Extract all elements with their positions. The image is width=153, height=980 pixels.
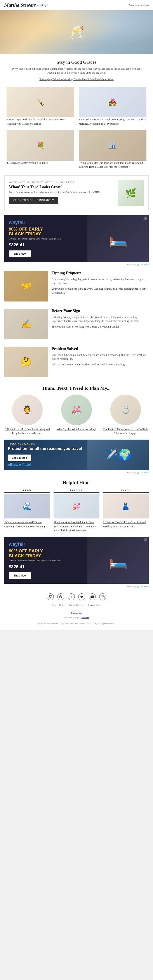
hmm-link[interactable]: The First 10 Things You Need to Do Right… bbox=[103, 428, 148, 435]
hmm-image: 💍 bbox=[110, 395, 141, 425]
hint-style-link[interactable]: 5 Charities That Will Give Your Donated … bbox=[103, 521, 146, 528]
subscribe-link[interactable]: Subscribe bbox=[82, 616, 89, 619]
email-icon[interactable] bbox=[99, 593, 106, 600]
hmm-title: Hmm...Next, I Need to Plan My... bbox=[5, 385, 148, 391]
article-link[interactable]: 3 Expert-Approved Tips for Tastefully De… bbox=[6, 118, 65, 125]
allianz-cta-button[interactable]: Get a quote ▶ bbox=[8, 454, 32, 461]
footer-not-subscriber: Not a subscriber yet? bbox=[64, 616, 80, 619]
hmm-grid: 👰 A Guide to the Most Popular Wedding Ve… bbox=[5, 395, 148, 435]
tipping-section: 🤝 Tipping Etiquette Experts weigh in on … bbox=[0, 267, 153, 305]
pinterest-icon[interactable] bbox=[57, 593, 64, 600]
powered-by-2: Powered by 📊 LiveIntent bbox=[0, 585, 153, 589]
article-item: 💐 32 Gorgeous Winter Wedding Bouquets bbox=[5, 128, 77, 171]
ad-product-name: Diwata Tufted Upholstered Low Profile Pl… bbox=[9, 237, 83, 240]
hint-inspire: INSPIRE 💒 This Indoor-Outdoor Wedding in… bbox=[54, 489, 99, 533]
hmm-link[interactable]: A Guide to the Most Popular Wedding Veil… bbox=[5, 428, 50, 435]
ad-marker-2: ▶ bbox=[144, 538, 147, 541]
intro-body: Every couple has pet peeves when plannin… bbox=[9, 67, 144, 75]
newsletter-promo: We think you'll totally love this newsle… bbox=[5, 175, 148, 211]
avoid-link[interactable]: Avoid these faux pas bbox=[129, 4, 148, 6]
promo-image: 🌿 bbox=[118, 180, 144, 206]
manage-email-link[interactable]: Manage Email bbox=[88, 604, 101, 606]
ad-marker: ▶ bbox=[144, 216, 147, 220]
svg-point-2 bbox=[51, 596, 51, 596]
ad-image: 🛏️ ▶ bbox=[87, 215, 148, 262]
hero-icon: 🥂 bbox=[68, 24, 85, 40]
problem-link[interactable]: What to Do If Two of Your Wedding Vendor… bbox=[52, 363, 148, 366]
hmm-item: 💒 Who Pays for What for the Wedding? bbox=[54, 395, 99, 435]
hints-grid: PLAN 🌊 7 Questions to Ask Yourself Befor… bbox=[5, 489, 148, 533]
brand-logo: Martha Stewart weddings bbox=[5, 2, 48, 8]
promo-title: Whoa! Your Yard Looks Great! bbox=[9, 185, 114, 189]
article-image: 💑 bbox=[79, 87, 147, 117]
hmm-item: 💍 The First 10 Things You Need to Do Rig… bbox=[103, 395, 148, 435]
bed-icon-2: 🛏️ bbox=[109, 551, 128, 569]
wayfair-ad-1: wayfair 80% OFF EARLY BLACK FRIDAY Diwat… bbox=[5, 215, 148, 262]
hmm-link[interactable]: Who Pays for What for the Wedding? bbox=[57, 428, 96, 431]
logo-icon: Martha Stewart bbox=[5, 2, 35, 8]
wayfair-ad-2: wayfair 80% OFF EARLY BLACK FRIDAY Diwat… bbox=[5, 537, 148, 584]
articles-grid: 🍾 3 Expert-Approved Tips for Tastefully … bbox=[0, 84, 153, 171]
article-link[interactable]: 3 Normal Emotions You Might Feel During … bbox=[79, 118, 146, 125]
allianz-ad: HANDS-ON LEARNING Protection for all the… bbox=[5, 440, 148, 470]
email-header: Martha Stewart weddings Avoid these faux… bbox=[0, 0, 153, 10]
hint-style-image: 👗 bbox=[103, 495, 148, 519]
twitter-icon[interactable] bbox=[78, 593, 85, 600]
ad-shop-button[interactable]: Shop Now bbox=[9, 250, 31, 258]
ad-price-2: $326.41 bbox=[9, 564, 83, 569]
allianz-tag: HANDS-ON LEARNING bbox=[8, 443, 84, 445]
ad-shop-button-2[interactable]: Shop Now bbox=[9, 572, 31, 579]
tipping-body: Experts weigh in on big-day gratuities—a… bbox=[52, 277, 148, 285]
svg-point-1 bbox=[50, 596, 51, 598]
intro-link[interactable]: 5 Annoying Behaviors Wedding Guests Shou… bbox=[0, 78, 153, 81]
article-image: 💐 bbox=[6, 130, 74, 161]
hmm-section: Hmm...Next, I Need to Plan My... 👰 A Gui… bbox=[0, 381, 153, 440]
hint-plan-header: PLAN bbox=[5, 489, 50, 493]
unsubscribe-link[interactable]: Unsubscribe bbox=[71, 612, 82, 614]
logo-text: weddings bbox=[37, 3, 47, 7]
sign-image: ✍️ bbox=[5, 309, 48, 339]
tipping-link[interactable]: Your Complete Guide to Tipping Every Wed… bbox=[52, 287, 148, 295]
allianz-image: ✈️🌍 bbox=[87, 440, 148, 470]
article-link[interactable]: If Your Venue Has One Type of Continuous… bbox=[79, 161, 143, 169]
hint-inspire-header: INSPIRE bbox=[54, 489, 99, 493]
ad-text: wayfair 80% OFF EARLY BLACK FRIDAY Diwat… bbox=[5, 215, 87, 262]
problem-image: 🤔 bbox=[5, 347, 48, 377]
hint-plan-link[interactable]: 7 Questions to Ask Yourself Before Order… bbox=[5, 521, 45, 528]
problem-section: 🤔 Problem Solved What should the couple … bbox=[0, 343, 153, 381]
sign-content: Before Your Sign Partnering with a young… bbox=[48, 309, 148, 329]
sign-body: Partnering with a young business to plan… bbox=[52, 315, 148, 323]
helpful-hints: Helpful Hints PLAN 🌊 7 Questions to Ask … bbox=[0, 475, 153, 537]
allianz-logo: Allianz ◈ Travel bbox=[8, 463, 84, 466]
bed-icon: 🛏️ bbox=[109, 229, 128, 247]
hmm-item: 👰 A Guide to the Most Popular Wedding Ve… bbox=[5, 395, 50, 435]
promo-body: Is exactly what people will say when you… bbox=[9, 190, 114, 194]
article-item: 💑 3 Normal Emotions You Might Feel Durin… bbox=[77, 84, 148, 128]
privacy-link[interactable]: Privacy Policy bbox=[52, 604, 65, 606]
youtube-icon[interactable] bbox=[89, 593, 96, 600]
article-link[interactable]: 32 Gorgeous Winter Wedding Bouquets bbox=[6, 161, 48, 164]
hmm-image: 💒 bbox=[61, 395, 92, 425]
legal-text: ©2023 Dotdash Meredith. 1716 Locust Stre… bbox=[38, 622, 115, 625]
promo-eyebrow: We think you'll totally love this newsle… bbox=[9, 181, 74, 183]
hint-plan-image: 🌊 bbox=[5, 495, 50, 519]
article-image: 🏛️ bbox=[79, 130, 147, 161]
terms-link[interactable]: Terms of Service bbox=[69, 604, 84, 606]
tipping-image: 🤝 bbox=[5, 271, 48, 301]
facebook-icon[interactable]: f bbox=[68, 593, 75, 600]
promo-signup-button[interactable]: CLICK TO SIGN UP INSTANTLY bbox=[9, 197, 58, 204]
sign-title: Before Your Sign bbox=[52, 309, 148, 313]
problem-body: What should the couple do if they experi… bbox=[52, 353, 148, 361]
hmm-image: 👰 bbox=[12, 395, 43, 425]
hints-title: Helpful Hints bbox=[5, 480, 148, 485]
sign-section: ✍️ Before Your Sign Partnering with a yo… bbox=[0, 305, 153, 343]
ad-price: $326.41 bbox=[9, 242, 83, 247]
wayfair-logo-2: wayfair bbox=[9, 541, 83, 547]
hint-inspire-link[interactable]: This Indoor-Outdoor Wedding in New York … bbox=[54, 521, 96, 532]
instagram-icon[interactable] bbox=[47, 593, 54, 600]
tipping-title: Tipping Etiquette bbox=[52, 271, 148, 275]
hero-image: 🥂 bbox=[0, 10, 153, 54]
problem-content: Problem Solved What should the couple do… bbox=[48, 347, 148, 368]
ad-sale-text: 80% OFF EARLY BLACK FRIDAY bbox=[9, 227, 83, 236]
sign-link[interactable]: The Pros and Cons of Working with a Star… bbox=[52, 325, 148, 329]
